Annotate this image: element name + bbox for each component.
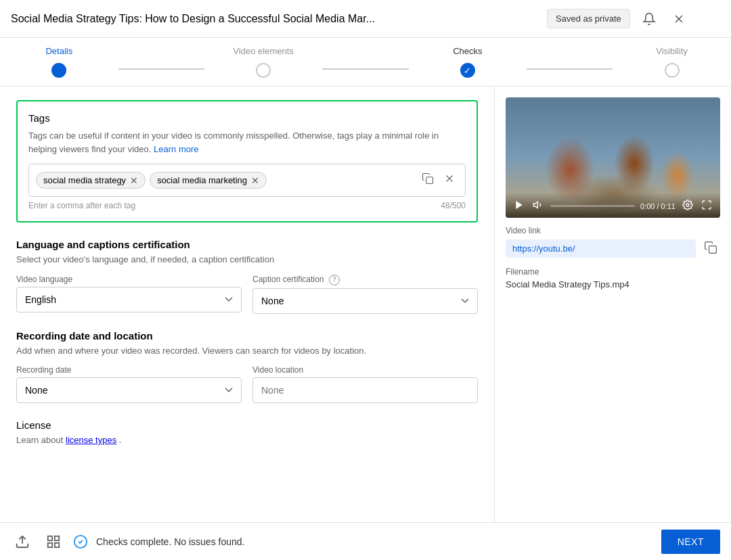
- language-dropdowns-row: Video language English Spanish French Ge…: [16, 275, 478, 314]
- video-link-label: Video link: [506, 226, 720, 235]
- video-link-section: Video link https://youtu.be/: [506, 226, 720, 259]
- step-visibility-label: Visibility: [656, 46, 688, 56]
- tags-input-container[interactable]: social media strategy ✕ social media mar…: [28, 164, 466, 197]
- play-icon: [514, 200, 525, 210]
- video-location-group: Video location: [252, 365, 478, 403]
- recording-section-title: Recording date and location: [16, 330, 478, 342]
- video-location-label: Video location: [252, 365, 478, 375]
- main-content: Tags Tags can be useful if content in yo…: [0, 87, 731, 526]
- video-location-input[interactable]: [252, 377, 478, 403]
- caption-cert-group: Caption certification ? None Standard Pr…: [252, 275, 478, 314]
- filename-section: Filename Social Media Strategy Tips.mp4: [506, 267, 720, 289]
- page-title: Social Media Strategy Tips: How to Desig…: [11, 13, 539, 25]
- svg-rect-8: [709, 246, 717, 254]
- caption-help-icon[interactable]: ?: [329, 275, 340, 285]
- play-button[interactable]: [512, 198, 526, 214]
- license-section-desc: Learn about license types .: [16, 434, 478, 447]
- tags-clear-button[interactable]: [441, 170, 458, 191]
- tags-hint-row: Enter a comma after each tag 48/500: [28, 201, 466, 210]
- video-language-select[interactable]: English Spanish French German Chinese: [16, 287, 242, 312]
- tags-hint-text: Enter a comma after each tag: [28, 201, 135, 210]
- step-checks-label: Checks: [453, 46, 482, 56]
- tag-chip-2-remove[interactable]: ✕: [251, 176, 259, 185]
- fullscreen-icon: [701, 200, 712, 210]
- caption-cert-select[interactable]: None Standard Professional: [252, 288, 478, 314]
- tags-char-count: 48/500: [441, 201, 466, 210]
- svg-marker-5: [516, 201, 522, 209]
- tags-copy-button[interactable]: [419, 170, 437, 191]
- svg-marker-6: [533, 202, 537, 208]
- connector-2: [322, 68, 408, 70]
- license-section-title: License: [16, 419, 478, 431]
- video-link-row: https://youtu.be/: [506, 238, 720, 259]
- filename-label: Filename: [506, 267, 720, 277]
- video-link-url[interactable]: https://youtu.be/: [506, 239, 696, 258]
- settings-icon: [682, 200, 693, 210]
- saved-badge: Saved as private: [547, 9, 630, 28]
- step-video-elements-dot: [256, 63, 271, 78]
- tags-learn-more-link[interactable]: Learn more: [154, 144, 198, 154]
- filename-value: Social Media Strategy Tips.mp4: [506, 279, 720, 289]
- tag-chip-2-label: social media marketing: [157, 175, 247, 185]
- alert-button[interactable]: [638, 8, 660, 30]
- video-language-label: Video language: [16, 275, 242, 284]
- step-details[interactable]: Details: [0, 46, 118, 78]
- video-controls: 0:00 / 0:11: [506, 193, 720, 218]
- license-section: License Learn about license types .: [16, 419, 478, 447]
- tags-section: Tags Tags can be useful if content in yo…: [16, 100, 478, 223]
- left-panel: Tags Tags can be useful if content in yo…: [0, 87, 494, 526]
- tags-actions: [419, 170, 458, 191]
- caption-cert-label: Caption certification ?: [252, 275, 478, 285]
- tags-description: Tags can be useful if content in your vi…: [28, 129, 466, 156]
- step-checks-dot: ✓: [460, 63, 475, 78]
- tag-chip-1-label: social media strategy: [43, 175, 126, 185]
- recording-section: Recording date and location Add when and…: [16, 330, 478, 404]
- settings-button[interactable]: [681, 198, 694, 214]
- language-section-desc: Select your video's language and, if nee…: [16, 253, 478, 266]
- close-icon: [672, 12, 686, 26]
- svg-point-7: [686, 204, 689, 206]
- step-details-dot: [51, 63, 66, 78]
- language-section: Language and captions certification Sele…: [16, 239, 478, 314]
- volume-icon: [533, 200, 544, 210]
- tag-chip-2: social media marketing ✕: [150, 172, 267, 189]
- tag-chip-1-remove[interactable]: ✕: [130, 176, 138, 185]
- clear-tags-icon: [443, 172, 456, 185]
- step-visibility[interactable]: Visibility: [613, 46, 731, 78]
- recording-date-select[interactable]: None: [16, 377, 242, 403]
- copy-link-icon: [704, 241, 717, 254]
- video-thumbnail: 0:00 / 0:11: [506, 97, 720, 218]
- volume-button[interactable]: [531, 198, 545, 214]
- bottom-bar: Checks complete. No issues found. NEXT: [0, 522, 731, 526]
- alert-icon: [642, 12, 656, 26]
- fullscreen-button[interactable]: [700, 198, 713, 214]
- step-checks[interactable]: Checks ✓: [409, 46, 527, 78]
- svg-rect-2: [426, 177, 433, 184]
- steps-bar: Details Video elements Checks ✓ Visibili…: [0, 38, 731, 87]
- connector-3: [527, 68, 613, 70]
- copy-tags-icon: [422, 172, 434, 185]
- copy-link-button[interactable]: [701, 238, 720, 259]
- header: Social Media Strategy Tips: How to Desig…: [0, 0, 731, 38]
- tag-chip-1: social media strategy ✕: [36, 172, 146, 189]
- recording-dropdowns-row: Recording date None Video location: [16, 365, 478, 403]
- connector-1: [118, 68, 204, 70]
- step-visibility-dot: [665, 63, 680, 78]
- time-display: 0:00 / 0:11: [640, 202, 675, 210]
- recording-date-group: Recording date None: [16, 365, 242, 403]
- step-video-elements[interactable]: Video elements: [204, 46, 323, 78]
- step-video-elements-label: Video elements: [233, 46, 293, 56]
- tags-title: Tags: [28, 112, 466, 124]
- right-panel: 0:00 / 0:11 Video link https: [494, 87, 731, 526]
- recording-date-label: Recording date: [16, 365, 242, 375]
- progress-bar[interactable]: [550, 205, 635, 207]
- license-types-link[interactable]: license types: [66, 435, 116, 445]
- close-button[interactable]: [668, 8, 690, 30]
- step-details-label: Details: [45, 46, 72, 56]
- recording-section-desc: Add when and where your video was record…: [16, 344, 478, 358]
- video-language-group: Video language English Spanish French Ge…: [16, 275, 242, 314]
- language-section-title: Language and captions certification: [16, 239, 478, 250]
